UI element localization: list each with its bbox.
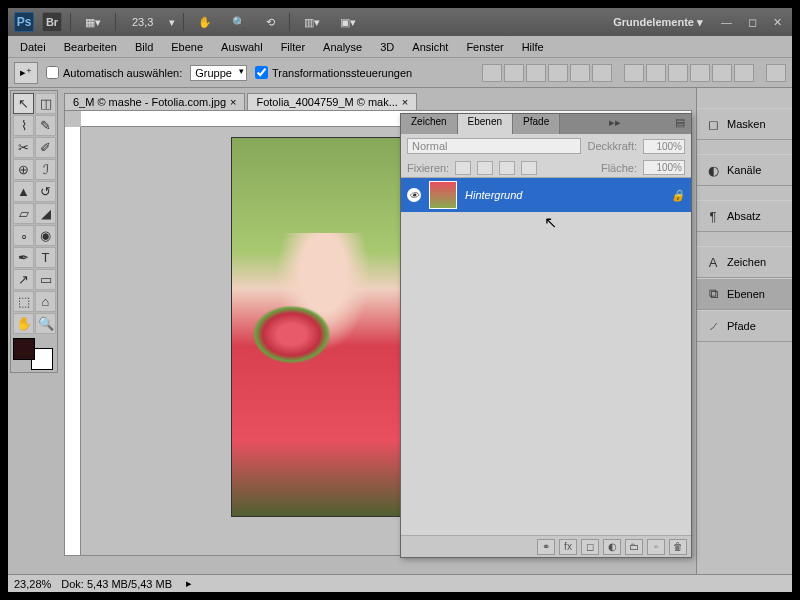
3d-tool[interactable]: ⬚ (13, 291, 34, 312)
ruler-vertical[interactable] (65, 127, 81, 555)
auto-select-checkbox[interactable]: Automatisch auswählen: (46, 66, 182, 79)
lasso-tool[interactable]: ⌇ (13, 115, 34, 136)
menu-analysis[interactable]: Analyse (315, 39, 370, 55)
status-doc-info[interactable]: Dok: 5,43 MB/5,43 MB (61, 578, 172, 590)
menu-filter[interactable]: Filter (273, 39, 313, 55)
menu-edit[interactable]: Bearbeiten (56, 39, 125, 55)
align-button[interactable] (592, 64, 612, 82)
type-tool[interactable]: T (35, 247, 56, 268)
healing-tool[interactable]: ⊕ (13, 159, 34, 180)
eyedropper-tool[interactable]: ✐ (35, 137, 56, 158)
align-button[interactable] (570, 64, 590, 82)
layout-dropdown[interactable]: ▦▾ (79, 14, 107, 31)
tool-preset-button[interactable]: ▸⁺ (14, 62, 38, 84)
menu-window[interactable]: Fenster (458, 39, 511, 55)
lock-all-button[interactable] (521, 161, 537, 175)
panel-tab-paths[interactable]: Pfade (513, 114, 560, 134)
menu-select[interactable]: Auswahl (213, 39, 271, 55)
history-brush-tool[interactable]: ↺ (35, 181, 56, 202)
document-tab[interactable]: Fotolia_4004759_M © mak...× (247, 93, 417, 110)
arrange-icon[interactable]: ▥▾ (298, 14, 326, 31)
layer-name[interactable]: Hintergrund (465, 189, 522, 201)
transform-controls-checkbox[interactable]: Transformationssteuerungen (255, 66, 412, 79)
gradient-tool[interactable]: ◢ (35, 203, 56, 224)
distribute-button[interactable] (734, 64, 754, 82)
status-arrow-icon[interactable]: ▸ (186, 577, 192, 590)
pen-tool[interactable]: ✒ (13, 247, 34, 268)
close-tab-icon[interactable]: × (402, 96, 408, 108)
menu-help[interactable]: Hilfe (514, 39, 552, 55)
quick-select-tool[interactable]: ✎ (35, 115, 56, 136)
align-button[interactable] (548, 64, 568, 82)
lock-pixels-button[interactable] (477, 161, 493, 175)
workspace-selector[interactable]: Grundelemente ▾ (613, 16, 709, 29)
adjustment-layer-button[interactable]: ◐ (603, 539, 621, 555)
menu-image[interactable]: Bild (127, 39, 161, 55)
screen-mode-icon[interactable]: ▣▾ (334, 14, 362, 31)
link-layers-button[interactable]: ⚭ (537, 539, 555, 555)
panel-tab-layers[interactable]: Ebenen (458, 114, 513, 134)
minimize-icon[interactable]: — (717, 16, 736, 28)
foreground-color[interactable] (13, 338, 35, 360)
marquee-tool[interactable]: ◫ (35, 93, 56, 114)
menu-view[interactable]: Ansicht (404, 39, 456, 55)
layer-group-button[interactable]: 🗀 (625, 539, 643, 555)
fill-input[interactable]: 100% (643, 160, 685, 175)
panel-tab-character[interactable]: Zeichen (401, 114, 458, 134)
zoom-tool-icon[interactable]: 🔍 (226, 14, 252, 31)
panel-collapse-icon[interactable]: ▸▸ (603, 114, 627, 134)
layer-mask-button[interactable]: ◻ (581, 539, 599, 555)
distribute-button[interactable] (668, 64, 688, 82)
align-button[interactable] (526, 64, 546, 82)
bridge-icon[interactable]: Br (42, 12, 62, 32)
layer-style-button[interactable]: fx (559, 539, 577, 555)
dock-masks[interactable]: ◻Masken (697, 108, 792, 140)
path-select-tool[interactable]: ↗ (13, 269, 34, 290)
hand-tool[interactable]: ✋ (13, 313, 34, 334)
distribute-button[interactable] (690, 64, 710, 82)
shape-tool[interactable]: ▭ (35, 269, 56, 290)
opacity-input[interactable]: 100% (643, 139, 685, 154)
stamp-tool[interactable]: ▲ (13, 181, 34, 202)
dock-paths[interactable]: ⟋Pfade (697, 310, 792, 342)
blur-tool[interactable]: ∘ (13, 225, 34, 246)
distribute-button[interactable] (624, 64, 644, 82)
zoom-tool[interactable]: 🔍 (35, 313, 56, 334)
blend-mode-select[interactable]: Normal (407, 138, 581, 154)
menu-file[interactable]: Datei (12, 39, 54, 55)
auto-select-type[interactable]: Gruppe (190, 65, 247, 81)
color-swatch[interactable] (13, 338, 53, 370)
menu-3d[interactable]: 3D (372, 39, 402, 55)
3d-camera-tool[interactable]: ⌂ (35, 291, 56, 312)
maximize-icon[interactable]: ◻ (744, 16, 761, 29)
close-icon[interactable]: ✕ (769, 16, 786, 29)
lock-transparency-button[interactable] (455, 161, 471, 175)
zoom-display[interactable]: 23,3 (124, 16, 161, 28)
align-button[interactable] (482, 64, 502, 82)
crop-tool[interactable]: ✂ (13, 137, 34, 158)
document-image[interactable] (231, 137, 416, 517)
close-tab-icon[interactable]: × (230, 96, 236, 108)
layer-thumbnail[interactable] (429, 181, 457, 209)
panel-menu-icon[interactable]: ▤ (669, 114, 691, 134)
auto-align-button[interactable] (766, 64, 786, 82)
eraser-tool[interactable]: ▱ (13, 203, 34, 224)
document-tab[interactable]: 6_M © mashe - Fotolia.com.jpg× (64, 93, 245, 110)
distribute-button[interactable] (712, 64, 732, 82)
delete-layer-button[interactable]: 🗑 (669, 539, 687, 555)
layer-row[interactable]: 👁 Hintergrund 🔒 (401, 178, 691, 212)
align-button[interactable] (504, 64, 524, 82)
lock-position-button[interactable] (499, 161, 515, 175)
dock-paragraph[interactable]: ¶Absatz (697, 200, 792, 232)
hand-tool-icon[interactable]: ✋ (192, 14, 218, 31)
dodge-tool[interactable]: ◉ (35, 225, 56, 246)
brush-tool[interactable]: ℐ (35, 159, 56, 180)
layer-visibility-icon[interactable]: 👁 (407, 188, 421, 202)
distribute-button[interactable] (646, 64, 666, 82)
new-layer-button[interactable]: ▫ (647, 539, 665, 555)
dock-channels[interactable]: ◐Kanäle (697, 154, 792, 186)
status-zoom[interactable]: 23,28% (14, 578, 51, 590)
rotate-view-icon[interactable]: ⟲ (260, 14, 281, 31)
move-tool[interactable]: ↖ (13, 93, 34, 114)
menu-layer[interactable]: Ebene (163, 39, 211, 55)
